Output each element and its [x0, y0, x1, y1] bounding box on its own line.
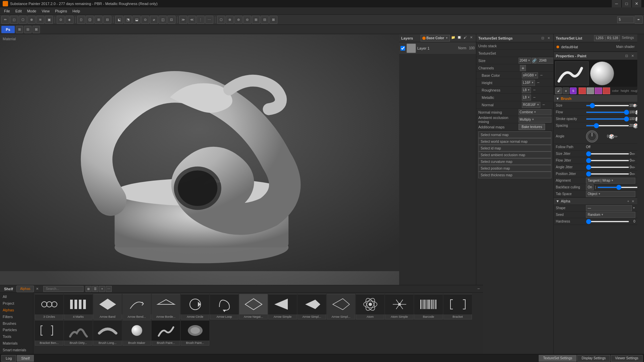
tool-fill[interactable]: ▣	[45, 16, 53, 24]
prop-alpha-icon[interactable]: α	[562, 87, 569, 94]
tool-sym2[interactable]: ≪	[188, 16, 196, 24]
roughness-remove[interactable]: −	[532, 87, 537, 93]
backface-culling-dropdown[interactable]: On	[586, 184, 594, 190]
shelf-item-arrowcircle[interactable]: Arrow Circle	[181, 294, 209, 319]
layers-delete[interactable]: ✕	[469, 35, 474, 40]
backface-culling-slider[interactable]	[597, 187, 637, 188]
roughness-dropdown[interactable]: L8 ▼	[522, 87, 531, 93]
ts-list-settings-button[interactable]: Settings	[621, 35, 635, 41]
alpha-close-btn[interactable]: ✕	[631, 199, 635, 203]
shelf-nav-materials[interactable]: Materials	[0, 340, 33, 347]
shelf-more-btn[interactable]: ⋯	[106, 286, 112, 292]
shelf-item-arrowsimple1[interactable]: Arrow Simple	[268, 294, 297, 319]
tool-sym4[interactable]: ⋯	[205, 16, 213, 24]
tool-projection[interactable]: ⬡	[19, 16, 27, 24]
select-thickness-map-button[interactable]: Select thickness map	[478, 172, 551, 178]
shelf-nav-tools[interactable]: Tools	[0, 333, 33, 340]
normal-mixing-dropdown[interactable]: Combine ▼	[519, 109, 551, 115]
shelf-grid-view[interactable]: ⊞	[86, 286, 92, 292]
hardness-slider[interactable]	[586, 221, 629, 222]
select-ao-map-button[interactable]: Select ambient occlusion map	[478, 152, 551, 158]
shelf-item-brushmaker[interactable]: Brush Maker	[122, 320, 151, 346]
stroke-opacity-random-btn[interactable]: 🎲	[635, 117, 637, 121]
shelf-item-arrowloop[interactable]: Arrow Loop	[210, 294, 238, 319]
tool-eraser[interactable]: ◻	[10, 16, 18, 24]
tool-grid1[interactable]: ⬕	[115, 16, 123, 24]
shelf-search-input[interactable]	[43, 286, 84, 292]
shelf-item-bracketben[interactable]: Bracket Ben...	[35, 320, 63, 346]
select-normal-map-button[interactable]: Select normal map	[478, 131, 551, 138]
shelf-item-atomsimple[interactable]: Atom Simple	[385, 294, 414, 319]
alpha-add-btn[interactable]: +	[626, 199, 631, 203]
tool-grid3[interactable]: ⬓	[132, 16, 141, 24]
menu-file[interactable]: File	[1, 7, 13, 15]
maximize-button[interactable]: □	[622, 0, 631, 7]
flow-slider[interactable]	[586, 112, 629, 113]
tool-c[interactable]: ⊞	[95, 16, 103, 24]
select-curvature-map-button[interactable]: Select curvature map	[478, 158, 551, 165]
shelf-item-arrowbend[interactable]: Arrow Bend...	[122, 294, 151, 319]
flow-random-btn[interactable]: 🎲	[635, 110, 637, 115]
tb2-btn-3[interactable]: ⊠	[33, 26, 40, 33]
shelf-item-3circles[interactable]: 3 Circles	[35, 294, 63, 319]
size-value-input[interactable]: 2048	[537, 58, 553, 64]
opacity-input[interactable]: 5	[617, 16, 634, 23]
metallic-remove[interactable]: −	[532, 95, 537, 100]
tool-sym3[interactable]: ⋮	[197, 16, 205, 24]
tool-a[interactable]: ⟨⟩	[77, 16, 85, 24]
tool-camera[interactable]: ⊙	[57, 16, 65, 24]
bake-textures-button[interactable]: Bake textures	[519, 124, 545, 130]
shelf-item-arrowsimple2[interactable]: Arrow Simpl...	[298, 294, 326, 319]
alignment-dropdown[interactable]: Tangent | Wrap ▼	[586, 178, 635, 184]
menu-edit[interactable]: Edit	[13, 7, 24, 15]
shelf-item-bp2[interactable]: Brush Paint...	[181, 320, 209, 346]
spacing-slider[interactable]	[586, 125, 629, 126]
position-jitter-btn[interactable]: ✏	[632, 172, 635, 176]
position-jitter-slider[interactable]	[586, 173, 629, 175]
size-lock-button[interactable]: 🔗	[532, 58, 537, 64]
tool-grid7[interactable]: ⊡	[167, 16, 175, 24]
tool-d[interactable]: ⊟	[103, 16, 111, 24]
ts-settings-float[interactable]: ⊡	[540, 36, 545, 41]
normal-dropdown[interactable]: RGB16F ▼	[522, 102, 540, 108]
size-random-btn[interactable]: 🎲	[633, 103, 637, 108]
tool-smudge[interactable]: ≋	[36, 16, 44, 24]
tool-sym1[interactable]: ≫	[179, 16, 187, 24]
channel-dropdown[interactable]: Base Color ▼	[421, 35, 450, 42]
angle-dial[interactable]	[586, 130, 598, 142]
shelf-nav-smart-materials[interactable]: Smart materials	[0, 347, 33, 353]
color-swatch-2[interactable]	[603, 87, 610, 94]
size-dropdown[interactable]: 2048 ▼	[519, 58, 531, 64]
shelf-item-arrowborde[interactable]: Arrow Borde...	[152, 294, 180, 319]
shelf-item-4marks[interactable]: 4 Marks	[64, 294, 93, 319]
shelf-item-arrownegat[interactable]: Arrow Negat...	[239, 294, 268, 319]
tool-clone[interactable]: ⊕	[28, 16, 36, 24]
properties-float[interactable]: ⊡	[624, 53, 629, 59]
metallic-dropdown[interactable]: L8 ▼	[522, 95, 531, 101]
channels-add-button[interactable]: +	[520, 65, 526, 71]
statusbar-shelf[interactable]: Shelf	[17, 355, 34, 362]
menu-view[interactable]: View	[39, 7, 52, 15]
shelf-nav-all[interactable]: All	[0, 293, 33, 300]
shelf-item-arrowsimple3[interactable]: Arrow Simpl...	[327, 294, 355, 319]
normal-remove[interactable]: −	[541, 102, 546, 108]
tool-render7[interactable]: ⊠	[269, 16, 277, 24]
tool-b[interactable]: ⟨|⟩	[86, 16, 94, 24]
angle-link-btn[interactable]: ✏	[613, 134, 618, 139]
shelf-nav-filters[interactable]: Filters	[0, 313, 33, 320]
tool-render4[interactable]: ⊝	[243, 16, 251, 24]
layers-add-paint[interactable]: 🖌	[463, 35, 468, 40]
shelf-item-brushdirty[interactable]: Brush Dirty...	[64, 320, 93, 346]
layer-row[interactable]: Layer 1 Norm 100	[399, 42, 476, 54]
tool-render6[interactable]: ⊟	[261, 16, 269, 24]
ts-settings-close[interactable]: ✕	[546, 36, 551, 41]
tool-render2[interactable]: ⊛	[226, 16, 234, 24]
tool-render[interactable]: ⬡	[217, 16, 225, 24]
base-color-dropdown[interactable]: sRGB8 ▼	[522, 72, 538, 78]
tool-render3[interactable]: ⊜	[234, 16, 243, 24]
menu-help[interactable]: Help	[70, 7, 83, 15]
select-world-normal-map-button[interactable]: Select world space normal map	[478, 138, 551, 145]
close-button[interactable]: ✕	[632, 0, 641, 7]
select-position-map-button[interactable]: Select position map	[478, 165, 551, 172]
properties-close[interactable]: ✕	[630, 53, 635, 59]
